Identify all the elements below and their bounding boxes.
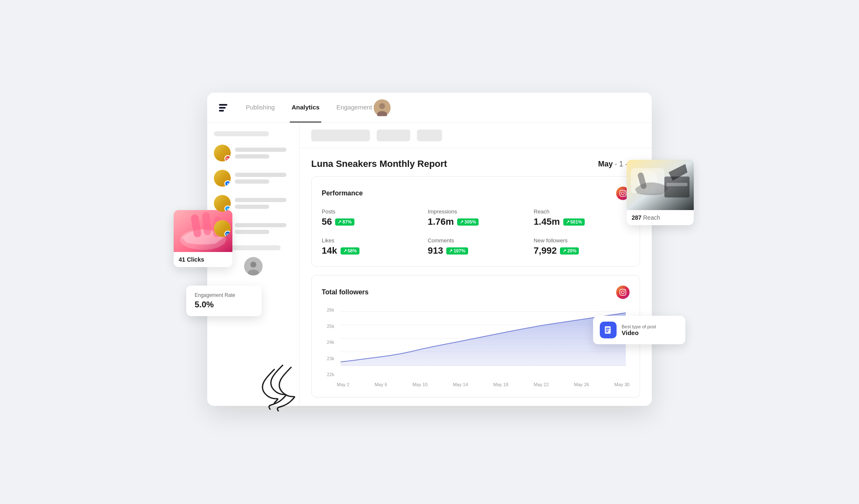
user-avatar[interactable] bbox=[374, 99, 390, 116]
svg-rect-10 bbox=[666, 183, 687, 186]
svg-rect-9 bbox=[664, 177, 690, 197]
sidebar-account-instagram[interactable]: in bbox=[214, 143, 292, 163]
engagement-rate-value: 5.0% bbox=[195, 300, 253, 309]
metric-likes-label: Likes bbox=[322, 237, 418, 244]
linkedin-badge: in bbox=[224, 231, 231, 237]
chart-instagram-icon bbox=[616, 286, 630, 299]
svg-rect-12 bbox=[606, 328, 610, 329]
engagement-rate-label: Engagement Rate bbox=[195, 292, 253, 298]
svg-point-19 bbox=[250, 262, 256, 268]
metric-posts: Posts 56 87% bbox=[322, 208, 418, 227]
metric-reach: Reach 1.45m 501% bbox=[534, 208, 630, 227]
engagement-card: Engagement Rate 5.0% bbox=[186, 286, 262, 316]
reach-card: 287 Reach bbox=[627, 160, 694, 225]
instagram-badge: in bbox=[224, 155, 231, 161]
chart-container: 26k 25k 24k 23k 22k bbox=[322, 307, 630, 387]
sub-nav-skeleton-1 bbox=[311, 130, 370, 141]
metric-posts-badge: 87% bbox=[335, 218, 354, 226]
account-avatar-linkedin: in bbox=[214, 220, 231, 237]
metric-posts-label: Posts bbox=[322, 208, 418, 215]
metric-comments-badge: 107% bbox=[446, 247, 468, 255]
metric-likes-value: 14k bbox=[322, 245, 337, 256]
sidebar-account-linkedin[interactable]: in bbox=[214, 218, 292, 239]
nav-tabs: Publishing Analytics Engagement bbox=[244, 93, 374, 122]
twitter-badge: t bbox=[224, 205, 231, 212]
report-header: Luna Sneakers Monthly Report May · 1 – 3… bbox=[299, 148, 652, 176]
logo[interactable] bbox=[219, 104, 227, 112]
performance-card-title: Performance bbox=[322, 190, 363, 197]
main-panel: Luna Sneakers Monthly Report May · 1 – 3… bbox=[299, 123, 652, 406]
best-post-icon bbox=[600, 322, 617, 338]
performance-card: Performance Posts 56 bbox=[311, 176, 640, 267]
tab-analytics[interactable]: Analytics bbox=[290, 93, 321, 122]
clicks-card: 41 Clicks bbox=[174, 210, 232, 267]
metric-likes-badge: 58% bbox=[341, 247, 359, 255]
chart-svg bbox=[337, 307, 630, 379]
metric-new-followers-value: 7,992 bbox=[534, 245, 557, 256]
metric-likes: Likes 14k 58% bbox=[322, 237, 418, 256]
metric-impressions-badge: 305% bbox=[457, 218, 479, 226]
best-post-card: Best type of post Video bbox=[593, 316, 685, 344]
sidebar-skeleton-1 bbox=[214, 131, 269, 136]
chart-card-header: Total followers bbox=[322, 286, 630, 299]
svg-rect-14 bbox=[606, 331, 608, 332]
reach-card-image bbox=[627, 160, 694, 210]
best-post-text: Best type of post Video bbox=[622, 324, 656, 336]
sidebar-account-twitter[interactable]: t bbox=[214, 193, 292, 213]
sidebar-user-avatar[interactable] bbox=[244, 257, 263, 275]
clicks-label: 41 Clicks bbox=[174, 252, 232, 267]
svg-rect-13 bbox=[606, 330, 609, 330]
metric-reach-badge: 501% bbox=[563, 218, 585, 226]
metric-comments: Comments 913 107% bbox=[428, 237, 524, 256]
metric-impressions-label: Impressions bbox=[428, 208, 524, 215]
sub-nav bbox=[299, 123, 652, 148]
account-avatar-instagram: in bbox=[214, 145, 231, 161]
sidebar-account-facebook[interactable]: f bbox=[214, 168, 292, 188]
app-window: Publishing Analytics Engagement bbox=[207, 93, 652, 406]
top-nav: Publishing Analytics Engagement bbox=[207, 93, 652, 123]
decorative-squiggle bbox=[241, 361, 325, 411]
performance-card-header: Performance bbox=[322, 187, 630, 200]
report-title: Luna Sneakers Monthly Report bbox=[311, 158, 447, 169]
chart-card: Total followers 26k 25k 2 bbox=[311, 275, 640, 397]
metric-reach-value: 1.45m bbox=[534, 216, 560, 227]
metrics-grid: Posts 56 87% Impressions 1.76m 305% bbox=[322, 208, 630, 256]
sub-nav-skeleton-2 bbox=[377, 130, 410, 141]
chart-title: Total followers bbox=[322, 288, 369, 296]
metric-new-followers-label: New followers bbox=[534, 237, 630, 244]
metric-comments-label: Comments bbox=[428, 237, 524, 244]
metric-impressions: Impressions 1.76m 305% bbox=[428, 208, 524, 227]
metric-comments-value: 913 bbox=[428, 245, 443, 256]
svg-point-16 bbox=[379, 103, 385, 109]
sub-nav-skeleton-3 bbox=[417, 130, 442, 141]
chart-body: May 2 May 6 May 10 May 14 May 18 May 22 … bbox=[337, 307, 630, 387]
reach-label: 287 Reach bbox=[627, 210, 694, 225]
tab-engagement[interactable]: Engagement bbox=[335, 93, 374, 122]
facebook-badge: f bbox=[224, 180, 231, 187]
metric-reach-label: Reach bbox=[534, 208, 630, 215]
metric-new-followers: New followers 7,992 20% bbox=[534, 237, 630, 256]
metric-new-followers-badge: 20% bbox=[560, 247, 579, 255]
tab-publishing[interactable]: Publishing bbox=[244, 93, 276, 122]
account-avatar-twitter: t bbox=[214, 195, 231, 212]
account-avatar-facebook: f bbox=[214, 170, 231, 187]
metric-posts-value: 56 bbox=[322, 216, 332, 227]
metric-impressions-value: 1.76m bbox=[428, 216, 454, 227]
chart-x-axis: May 2 May 6 May 10 May 14 May 18 May 22 … bbox=[337, 380, 630, 387]
